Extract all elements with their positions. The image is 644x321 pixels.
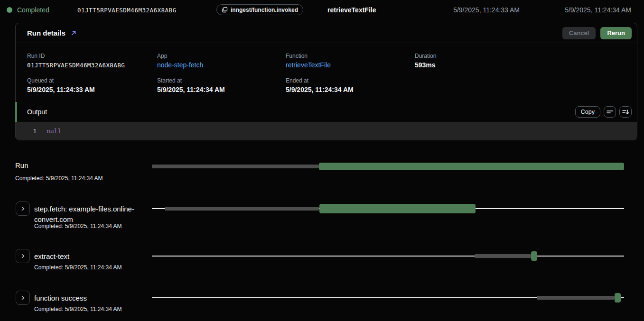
trigger-event-badge[interactable]: inngest/function.invoked [216, 4, 303, 15]
step-completed: Completed: 5/9/2025, 11:24:34 AM [34, 306, 122, 312]
output-actions: Copy [575, 106, 632, 118]
output-header: Output Copy [16, 102, 637, 122]
field-function: Function retrieveTextFile [286, 53, 415, 69]
step-name: function success [34, 293, 87, 303]
timeline-run-track [152, 159, 624, 174]
field-label: Started at [157, 77, 286, 84]
scroll-to-bottom-button[interactable] [619, 106, 632, 118]
timeline-bar-active [531, 251, 537, 261]
timeline-bar-waiting [165, 207, 319, 211]
panel-actions: Cancel Rerun [562, 27, 632, 39]
timeline-bar-waiting [152, 165, 319, 168]
panel-header: Run details Cancel Rerun [16, 23, 637, 43]
run-details-panel: Run details Cancel Rerun Run ID 01JTT5RP… [15, 23, 637, 140]
timeline-bar-active [319, 204, 475, 213]
app-link[interactable]: node-step-fetch [157, 61, 286, 69]
field-label: Run ID [27, 53, 157, 59]
field-started-at: Started at 5/9/2025, 11:24:34 AM [157, 77, 286, 94]
panel-title: Run details [27, 29, 65, 37]
step-track [152, 290, 624, 305]
field-ended-at: Ended at 5/9/2025, 11:24:34 AM [286, 77, 415, 94]
field-value: 01JTT5RPVAESDM46M32A6X8ABG [27, 61, 157, 69]
output-code-block: 1 null [16, 122, 637, 140]
chevron-right-icon [20, 295, 25, 300]
run-fields-grid: Run ID 01JTT5RPVAESDM46M32A6X8ABG App no… [27, 53, 625, 94]
function-link[interactable]: retrieveTextFile [286, 61, 415, 69]
field-duration: Duration 593ms [415, 53, 625, 69]
step-track [152, 248, 624, 264]
timeline-row-run: Run Completed: 5/9/2025, 11:24:34 AM [0, 159, 644, 188]
topbar-ended-timestamp: 5/9/2025, 11:24:34 AM [565, 6, 631, 14]
field-label: App [157, 53, 286, 59]
field-value: 5/9/2025, 11:24:34 AM [157, 86, 286, 94]
topbar-queued-timestamp: 5/9/2025, 11:24:33 AM [453, 6, 520, 14]
timeline-bar-active [615, 293, 621, 303]
step-track [152, 201, 624, 216]
timeline-bar-waiting [475, 254, 531, 258]
run-summary-topbar: Completed 01JTT5RPVAESDM46M32A6X8ABG inn… [0, 0, 644, 20]
external-link-icon[interactable] [70, 30, 77, 37]
topbar-run-id: 01JTT5RPVAESDM46M32A6X8ABG [77, 7, 177, 14]
timeline-bar-waiting [537, 296, 615, 300]
step-name: step.fetch: example-files.online-convert… [34, 204, 138, 225]
code-null-value: null [47, 128, 61, 135]
run-status-label: Completed [17, 6, 49, 14]
step-completed: Completed: 5/9/2025, 11:24:34 AM [34, 223, 122, 229]
expand-step-button[interactable] [16, 249, 30, 263]
timeline-track-line [152, 256, 624, 257]
timeline-row-function-success: function success Completed: 5/9/2025, 11… [0, 290, 644, 321]
field-value: 5/9/2025, 11:24:34 AM [286, 86, 415, 94]
field-label: Duration [415, 53, 625, 59]
copy-output-button[interactable]: Copy [575, 106, 600, 118]
field-app: App node-step-fetch [157, 53, 286, 69]
timeline-row-step-fetch: step.fetch: example-files.online-convert… [0, 201, 644, 234]
word-wrap-button[interactable] [604, 106, 616, 118]
field-value: 593ms [415, 61, 625, 69]
step-completed: Completed: 5/9/2025, 11:24:34 AM [34, 264, 122, 271]
field-run-id: Run ID 01JTT5RPVAESDM46M32A6X8ABG [27, 53, 157, 69]
field-label: Ended at [286, 77, 415, 84]
code-line-number: 1 [27, 128, 37, 135]
copy-icon [222, 7, 228, 13]
field-label: Queued at [27, 77, 157, 84]
timeline-bar-active [319, 163, 624, 170]
rerun-button[interactable]: Rerun [600, 27, 632, 39]
expand-step-button[interactable] [16, 202, 30, 216]
field-label: Function [286, 53, 415, 59]
word-wrap-icon [606, 109, 614, 115]
timeline-run-label: Run [15, 161, 28, 169]
scroll-to-bottom-icon [622, 109, 629, 115]
timeline-row-extract-text: extract-text Completed: 5/9/2025, 11:24:… [0, 248, 644, 282]
trigger-event-name: inngest/function.invoked [231, 7, 298, 13]
topbar-function-name: retrieveTextFile [327, 6, 376, 14]
timeline-run-completed: Completed: 5/9/2025, 11:24:34 AM [15, 175, 103, 182]
output-title: Output [27, 108, 47, 116]
status-dot-icon [7, 7, 12, 13]
field-queued-at: Queued at 5/9/2025, 11:24:33 AM [27, 77, 157, 94]
step-name: extract-text [34, 251, 69, 262]
expand-step-button[interactable] [16, 291, 30, 305]
chevron-right-icon [20, 254, 25, 258]
field-value: 5/9/2025, 11:24:33 AM [27, 86, 157, 94]
chevron-right-icon [20, 206, 25, 211]
cancel-button[interactable]: Cancel [562, 27, 596, 39]
